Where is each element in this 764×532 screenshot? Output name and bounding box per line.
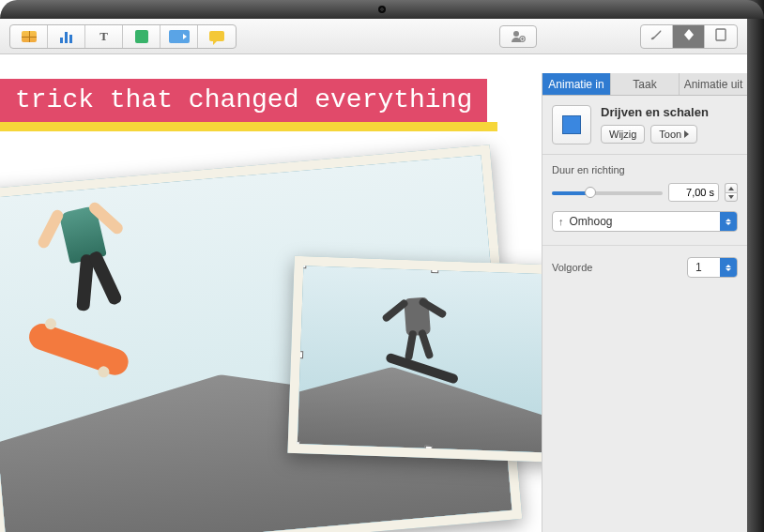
collaborate-icon	[511, 30, 526, 43]
toolbar: T	[0, 19, 747, 54]
order-popup[interactable]: 1	[687, 257, 738, 278]
svg-point-0	[513, 31, 519, 37]
order-label: Volgorde	[552, 262, 592, 273]
table-icon	[22, 31, 37, 42]
popup-arrows-icon	[720, 212, 737, 231]
collaborate-button[interactable]	[499, 25, 537, 48]
duration-section: Duur en richting ↑ Omhoog	[542, 155, 747, 246]
svg-rect-2	[716, 29, 726, 40]
duration-step-up[interactable]	[725, 183, 738, 192]
insert-chart-button[interactable]	[48, 25, 85, 48]
duration-stepper	[725, 183, 738, 202]
insert-shape-button[interactable]	[123, 25, 160, 48]
shape-icon	[135, 30, 148, 43]
laptop-bezel	[0, 0, 764, 19]
selection-handle[interactable]	[425, 446, 433, 453]
selection-handle[interactable]	[293, 441, 300, 448]
animation-thumbnail	[552, 105, 591, 144]
tab-action[interactable]: Taak	[611, 73, 680, 95]
direction-value: Omhoog	[570, 215, 613, 228]
tab-animate-out[interactable]: Animatie uit	[680, 73, 747, 95]
insert-media-button[interactable]	[160, 25, 198, 48]
play-icon	[684, 130, 689, 138]
direction-popup[interactable]: ↑ Omhoog	[552, 211, 738, 232]
comment-icon	[209, 31, 224, 41]
insert-group: T	[9, 24, 237, 49]
order-value: 1	[695, 261, 702, 274]
animate-mode-button[interactable]	[673, 25, 705, 48]
photo-small-selected[interactable]	[287, 256, 542, 463]
change-animation-button[interactable]: Wijzig	[601, 125, 645, 144]
preview-label: Toon	[659, 129, 681, 140]
tab-animate-in[interactable]: Animatie in	[542, 73, 611, 95]
duration-label: Duur en richting	[552, 164, 738, 175]
skater-silhouette-small	[404, 297, 431, 337]
text-icon: T	[99, 29, 108, 44]
selection-handle[interactable]	[296, 351, 303, 358]
change-label: Wijzig	[609, 129, 636, 140]
title-underline	[0, 122, 497, 131]
duration-field[interactable]	[668, 183, 719, 202]
document-mode-button[interactable]	[705, 25, 737, 48]
diamond-icon	[680, 27, 697, 46]
slider-thumb[interactable]	[585, 187, 596, 198]
inspector-tabbar: Animatie in Taak Animatie uit	[542, 73, 747, 96]
popup-arrows-icon	[720, 258, 737, 277]
insert-comment-button[interactable]	[198, 25, 236, 48]
slide-title-block[interactable]: trick that changed everything	[0, 79, 497, 131]
laptop-edge	[747, 0, 764, 532]
preview-animation-button[interactable]: Toon	[650, 125, 697, 144]
selection-handle[interactable]	[431, 266, 438, 273]
animation-name: Drijven en schalen	[601, 105, 738, 119]
app-window: T trick that changed everything	[0, 19, 747, 532]
camera-icon	[378, 6, 386, 13]
format-mode-button[interactable]	[641, 25, 673, 48]
brush-icon	[649, 27, 665, 46]
media-icon	[169, 30, 190, 43]
selection-handle[interactable]	[298, 261, 306, 268]
inspector-panel: Animatie in Taak Animatie uit Drijven en…	[542, 73, 747, 532]
duration-slider[interactable]	[552, 185, 663, 200]
inspector-mode-group	[640, 24, 738, 49]
order-section: Volgorde 1	[542, 246, 747, 289]
duration-step-down[interactable]	[725, 192, 738, 202]
document-icon	[712, 27, 729, 46]
insert-text-button[interactable]: T	[85, 25, 123, 48]
chart-icon	[60, 30, 72, 43]
direction-arrow-icon: ↑	[558, 216, 564, 227]
animation-header: Drijven en schalen Wijzig Toon	[542, 96, 747, 155]
insert-table-button[interactable]	[10, 25, 48, 48]
slide-title-text: trick that changed everything	[0, 79, 487, 122]
slide-canvas[interactable]: trick that changed everything	[0, 73, 542, 532]
